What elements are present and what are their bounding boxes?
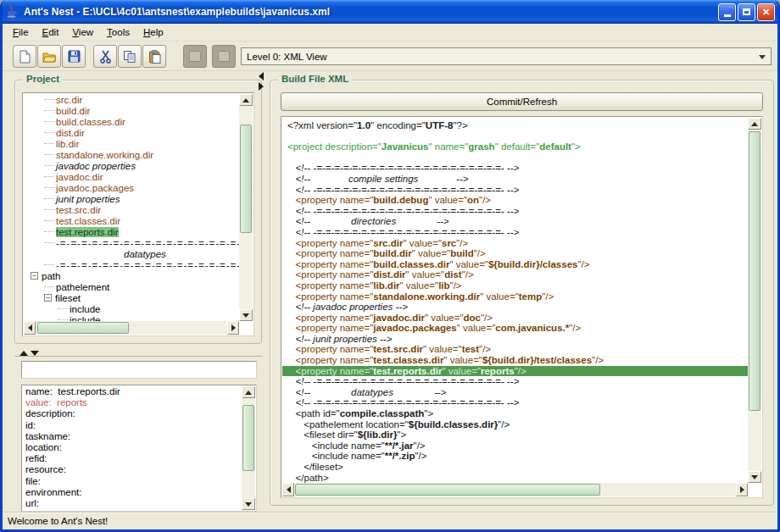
splitter-collapse-left-icon[interactable] [259, 72, 264, 80]
scroll-left-button[interactable] [24, 321, 36, 335]
tree-item[interactable]: javadoc.packages [24, 182, 239, 193]
xml-line[interactable]: <property name="dist.dir" value="dist"/> [287, 269, 748, 280]
property-row[interactable]: file: [23, 476, 242, 487]
paste-button[interactable] [142, 45, 166, 68]
tree-item[interactable]: -=-=-=-=-=-=-=-=-=-=-=-=-=-=-=-=-=-=-=-=… [24, 259, 239, 270]
tree-item[interactable]: −fileset [24, 292, 239, 303]
tree-item[interactable]: lib.dir [24, 138, 239, 149]
tree-item[interactable]: javadoc properties [24, 160, 239, 171]
open-file-button[interactable] [37, 45, 61, 68]
view-level-select[interactable]: Level 0: XML View [241, 47, 772, 65]
tree-item[interactable]: pathelement [24, 281, 239, 292]
property-row[interactable]: classpathref: [23, 509, 242, 510]
xml-line[interactable]: <property name="standalone.working.dir" … [287, 291, 748, 302]
property-row[interactable]: description: [23, 408, 242, 419]
save-button[interactable] [62, 45, 86, 68]
xml-vscrollbar[interactable] [748, 118, 761, 483]
xml-line[interactable]: <!-- datatypes --> [287, 387, 748, 398]
menu-help[interactable]: Help [136, 25, 170, 39]
properties-vscrollbar[interactable] [242, 386, 255, 510]
tree-item[interactable]: junit properties [24, 193, 239, 204]
xml-line-selected[interactable]: <property name="test.reports.dir" value=… [282, 366, 748, 377]
xml-line[interactable]: <property name="build.dir" value="build"… [287, 248, 748, 259]
property-row[interactable]: value: reports [23, 397, 242, 408]
tree-item[interactable]: -=-=-=-=-=-=-=-=-=-=-=-=-=-=-=-=-=-=-=-=… [24, 237, 239, 248]
xml-line[interactable]: <fileset dir="${lib.dir}"> [287, 429, 748, 441]
title-bar[interactable]: Ant's Nest - E:\UCL\4c01\antsnest\exampl… [0, 0, 780, 24]
left-horizontal-splitter[interactable] [14, 349, 262, 357]
project-tree-hscrollbar[interactable] [24, 321, 239, 335]
tree-item[interactable]: standalone.working.dir [24, 149, 239, 160]
xml-line[interactable]: <path id="compile.classpath"> [287, 408, 748, 419]
xml-line[interactable]: <!-- javadoc properties --> [287, 302, 748, 313]
properties-list[interactable]: name: test.reports.dirvalue: reportsdesc… [23, 386, 242, 510]
attribute-edit-field[interactable] [21, 361, 257, 379]
xml-line[interactable] [287, 152, 748, 163]
splitter-expand-right-icon[interactable] [259, 82, 264, 91]
property-row[interactable]: name: test.reports.dir [23, 386, 242, 397]
project-tree[interactable]: src.dirbuild.dirbuild.classes.dirdist.di… [24, 94, 239, 321]
xml-line[interactable]: <include name="**/*.zip"/> [287, 451, 748, 462]
menu-tools[interactable]: Tools [100, 25, 136, 39]
commit-refresh-button[interactable]: Commit/Refresh [281, 92, 763, 111]
hscroll-thumb[interactable] [37, 322, 129, 334]
xml-line[interactable]: <project description="Javanicus" name="g… [287, 141, 748, 152]
tree-item[interactable]: src.dir [24, 94, 239, 105]
property-row[interactable]: id: [23, 420, 242, 431]
property-row[interactable]: location: [23, 442, 242, 453]
xml-line[interactable]: </fileset> [287, 462, 748, 473]
tree-item[interactable]: javadoc.dir [24, 171, 239, 182]
minimize-button[interactable] [718, 3, 736, 21]
menu-file[interactable]: File [6, 25, 36, 39]
splitter-collapse-up-icon[interactable] [20, 351, 28, 356]
tree-item[interactable]: test.reports.dir [24, 226, 239, 237]
xml-line[interactable] [287, 131, 748, 142]
xml-line[interactable]: <!-- -=-=-=-=-=-=-=-=-=-=-=-=-=-=-=-=-=-… [287, 185, 748, 196]
xml-line[interactable]: <!-- compile settings --> [287, 174, 748, 185]
xml-line[interactable]: </path> [287, 473, 748, 483]
menu-edit[interactable]: Edit [36, 25, 66, 39]
xml-line[interactable]: <!-- -=-=-=-=-=-=-=-=-=-=-=-=-=-=-=-=-=-… [287, 397, 748, 408]
tree-item[interactable]: build.dir [24, 105, 239, 116]
property-row[interactable]: resource: [23, 464, 242, 475]
xml-editor[interactable]: <?xml version="1.0" encoding="UTF-8"?> <… [282, 118, 748, 483]
scroll-down-button[interactable] [242, 498, 255, 510]
tree-item[interactable]: include [24, 303, 239, 314]
hscroll-thumb[interactable] [295, 484, 600, 496]
vscroll-thumb[interactable] [240, 125, 252, 233]
xml-line[interactable]: <property name="test.src.dir" value="tes… [287, 344, 748, 355]
xml-line[interactable]: <!-- -=-=-=-=-=-=-=-=-=-=-=-=-=-=-=-=-=-… [287, 206, 748, 217]
scroll-right-button[interactable] [227, 321, 239, 335]
property-row[interactable]: taskname: [23, 431, 242, 442]
xml-line[interactable]: <property name="test.classes.dir" value=… [287, 355, 748, 366]
tree-item[interactable]: include [24, 314, 239, 321]
xml-line[interactable]: <property name="javadoc.packages" value=… [287, 323, 748, 334]
tree-item[interactable]: test.classes.dir [24, 215, 239, 226]
xml-line[interactable]: <?xml version="1.0" encoding="UTF-8"?> [287, 120, 748, 131]
tree-item[interactable]: test.src.dir [24, 204, 239, 215]
menu-view[interactable]: View [65, 25, 100, 39]
property-row[interactable]: environment: [23, 487, 242, 498]
xml-line[interactable]: <property name="javadoc.dir" value="doc"… [287, 313, 748, 324]
cut-button[interactable] [93, 45, 117, 68]
xml-line[interactable]: <!-- directories --> [287, 216, 748, 227]
xml-line[interactable]: <!-- -=-=-=-=-=-=-=-=-=-=-=-=-=-=-=-=-=-… [287, 227, 748, 238]
xml-hscrollbar[interactable] [282, 483, 748, 496]
xml-line[interactable]: <include name="**/*.jar"/> [287, 441, 748, 452]
tree-expander-icon[interactable]: − [44, 294, 52, 302]
xml-line[interactable]: <property name="src.dir" value="src"/> [287, 238, 748, 249]
scroll-right-button[interactable] [736, 483, 748, 496]
xml-line[interactable]: <!-- -=-=-=-=-=-=-=-=-=-=-=-=-=-=-=-=-=-… [287, 163, 748, 174]
tree-item[interactable]: build.classes.dir [24, 116, 239, 127]
xml-line[interactable]: <property name="build.classes.dir" value… [287, 259, 748, 270]
xml-line[interactable]: <property name="lib.dir" value="lib"/> [287, 280, 748, 291]
vscroll-thumb[interactable] [749, 131, 760, 411]
xml-line[interactable]: <pathelement location="${build.classes.d… [287, 419, 748, 430]
close-button[interactable]: ✕ [757, 3, 775, 21]
project-tree-vscrollbar[interactable] [239, 94, 253, 321]
scroll-up-button[interactable] [242, 386, 255, 398]
tree-item[interactable]: dist.dir [24, 127, 239, 138]
scroll-up-button[interactable] [239, 94, 253, 106]
maximize-button[interactable] [738, 3, 755, 21]
scroll-up-button[interactable] [748, 118, 761, 130]
